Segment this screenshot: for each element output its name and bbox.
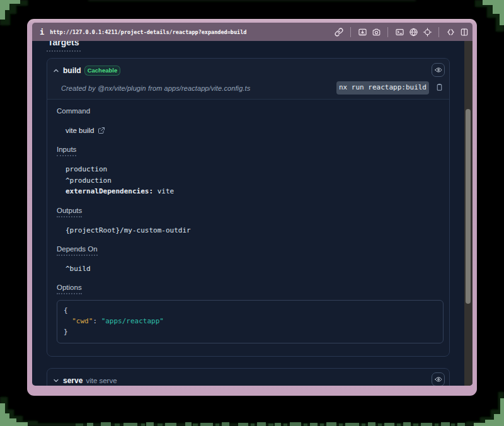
scrollbar-track[interactable] bbox=[464, 41, 472, 386]
input-item: ^production bbox=[66, 175, 444, 187]
project-details-content: Targets build Cacheable bbox=[32, 41, 464, 386]
scrollbar-thumb[interactable] bbox=[466, 109, 471, 304]
depends-on-list: ^build bbox=[66, 263, 444, 275]
command-label: Command bbox=[57, 106, 444, 115]
cacheable-badge: Cacheable bbox=[84, 66, 121, 76]
globe-icon[interactable] bbox=[406, 25, 420, 39]
depends-on-label: Depends On bbox=[57, 245, 98, 256]
options-label: Options bbox=[57, 283, 82, 294]
run-command-chip: nx run reactapp:build bbox=[336, 81, 429, 95]
outputs-label: Outputs bbox=[57, 206, 82, 217]
chevron-up-icon[interactable] bbox=[52, 67, 60, 74]
inputs-list: production ^production externalDependenc… bbox=[66, 164, 444, 197]
page-viewport: Targets build Cacheable bbox=[32, 41, 472, 386]
input-item: production bbox=[66, 164, 444, 175]
depends-on-item: ^build bbox=[66, 263, 444, 275]
split-columns-icon[interactable] bbox=[457, 25, 471, 39]
json-key-cwd: "cwd" bbox=[72, 317, 93, 325]
json-brace-open: { bbox=[64, 306, 68, 314]
view-target-button[interactable] bbox=[432, 63, 445, 77]
serve-card-header[interactable]: serve vite serve bbox=[47, 369, 449, 386]
json-brace-close: } bbox=[64, 328, 68, 336]
target-card-build: build Cacheable bbox=[47, 58, 450, 357]
toolbar-icons bbox=[332, 25, 471, 39]
target-name-serve: serve bbox=[63, 376, 83, 385]
info-icon: i bbox=[40, 28, 44, 37]
copy-icon[interactable] bbox=[435, 83, 444, 93]
input-item: externalDependencies: vite bbox=[66, 186, 444, 197]
input-item-value: vite bbox=[153, 187, 174, 195]
terminal-icon[interactable] bbox=[392, 25, 406, 39]
options-code-block: { "cwd": "apps/reactapp" } bbox=[57, 300, 444, 343]
created-by-text: Created by @nx/vite/plugin from apps/rea… bbox=[61, 84, 250, 92]
link-icon[interactable] bbox=[332, 25, 346, 39]
external-link-icon[interactable] bbox=[98, 127, 105, 134]
inputs-label: Inputs bbox=[57, 145, 76, 156]
url-text[interactable]: http://127.0.0.1:4211/project-details/re… bbox=[50, 29, 246, 35]
command-value: vite build bbox=[66, 127, 94, 134]
browser-window: i http://127.0.0.1:4211/project-details/… bbox=[27, 19, 477, 396]
targets-heading: Targets bbox=[47, 41, 81, 52]
outputs-list: {projectRoot}/my-custom-outdir bbox=[66, 225, 444, 236]
puzzle-icon[interactable] bbox=[444, 25, 457, 39]
chevron-down-icon[interactable] bbox=[52, 377, 60, 384]
toolbar-divider bbox=[350, 27, 351, 37]
input-item-key: externalDependencies: bbox=[66, 187, 153, 195]
screenshot-stage: i http://127.0.0.1:4211/project-details/… bbox=[0, 0, 504, 426]
build-card-body: Command vite build Inputs production bbox=[47, 100, 449, 356]
json-value-cwd: "apps/reactapp" bbox=[101, 317, 164, 325]
serve-subtitle: vite serve bbox=[86, 377, 117, 384]
build-card-header[interactable]: build Cacheable bbox=[47, 59, 449, 100]
camera-icon[interactable] bbox=[369, 25, 383, 39]
screenshot-save-icon[interactable] bbox=[355, 25, 369, 39]
toolbar-divider bbox=[438, 27, 439, 37]
target-name-build: build bbox=[63, 66, 81, 75]
url-bar: i http://127.0.0.1:4211/project-details/… bbox=[32, 23, 472, 41]
json-separator: : bbox=[93, 317, 101, 325]
toolbar-divider bbox=[387, 27, 388, 37]
output-item: {projectRoot}/my-custom-outdir bbox=[66, 225, 444, 236]
locate-icon[interactable] bbox=[420, 25, 434, 39]
target-card-serve: serve vite serve bbox=[47, 368, 450, 386]
view-target-button[interactable] bbox=[432, 372, 445, 386]
